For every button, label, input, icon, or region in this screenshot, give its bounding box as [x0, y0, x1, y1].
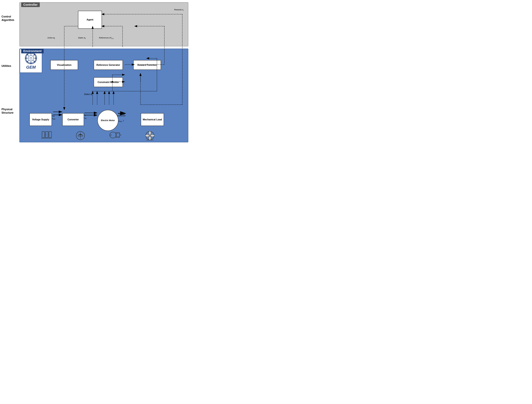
svg-point-40: [149, 131, 151, 135]
svg-line-7: [27, 54, 29, 56]
agent-label: Agent: [87, 18, 93, 21]
states-env-label: States st: [84, 93, 92, 96]
usup-label: usup: [52, 117, 55, 120]
svg-text:-: -: [49, 134, 50, 136]
reward-function-label: Reward Function: [138, 64, 157, 66]
svg-point-2: [30, 57, 32, 59]
electric-motor-label: Electric Motor: [101, 119, 115, 122]
svg-line-9: [33, 54, 35, 56]
controller-label: Controller: [21, 2, 40, 7]
motor-icon: M: [109, 131, 121, 141]
svg-point-1: [28, 56, 34, 61]
controller-section: Controller Agent Action at States st Ref…: [19, 2, 188, 46]
svg-rect-14: [35, 58, 36, 59]
svg-line-10: [27, 60, 29, 62]
svg-point-42: [149, 136, 151, 140]
utilities-label: Utilities: [1, 64, 11, 68]
constraint-monitor-label: Constraint Monitor: [98, 81, 119, 83]
visualization-box: Visualization: [50, 60, 78, 70]
svg-rect-19: [42, 132, 45, 138]
svg-point-43: [146, 135, 149, 137]
control-algorithm-label: Control Algorithm: [1, 15, 14, 22]
bottom-icons-row: - + -: [29, 131, 167, 141]
svg-text:+: +: [46, 134, 47, 136]
svg-marker-29: [78, 134, 83, 135]
electric-motor-circle: Electric Motor: [97, 110, 118, 131]
gem-text: GEM: [26, 65, 36, 70]
svg-rect-12: [30, 63, 32, 64]
reference-generator-box: Reference Generator: [94, 60, 123, 70]
references-label: References s*t+1: [99, 37, 114, 39]
voltage-supply-box: Voltage Supply: [29, 113, 52, 126]
action-label: Action at: [47, 37, 55, 39]
iin-label: iin: [84, 114, 86, 116]
converter-label: Converter: [68, 118, 79, 121]
gem-circle-icon: [25, 52, 37, 64]
uin-label: uin: [84, 117, 86, 119]
constraint-monitor-box: Constraint Monitor: [94, 77, 123, 87]
svg-text:-: -: [43, 134, 43, 136]
svg-rect-34: [116, 133, 120, 137]
voltage-supply-label: Voltage Supply: [32, 118, 49, 121]
isup-label: isup: [52, 114, 55, 117]
mechanical-load-box: Mechanical Load: [141, 113, 164, 126]
transistor-icon: [75, 131, 86, 141]
svg-text:M: M: [110, 134, 112, 136]
rewards-label: Rewards rt: [174, 8, 184, 11]
mechanical-load-label: Mechanical Load: [143, 118, 162, 121]
reference-generator-label: Reference Generator: [96, 64, 120, 66]
svg-rect-11: [30, 53, 32, 54]
svg-line-8: [33, 60, 35, 62]
TL-label: TL(ωme): [118, 113, 125, 115]
omega-label: ωme, T: [118, 120, 124, 122]
diagram-container: Control Algorithm Utilities PhysicalStru…: [0, 0, 191, 145]
svg-point-44: [149, 135, 151, 136]
visualization-label: Visualization: [57, 64, 72, 66]
svg-rect-13: [25, 58, 27, 59]
states-label-top: States st: [78, 37, 86, 39]
environment-section: Environment: [19, 49, 188, 142]
reward-function-box: Reward Function: [133, 60, 161, 70]
battery-icon: - + -: [41, 131, 52, 141]
agent-box: Agent: [78, 11, 102, 29]
fan-icon: [145, 131, 155, 141]
physical-structure-label: PhysicalStructure: [1, 108, 13, 115]
svg-point-41: [151, 135, 154, 137]
converter-box: Converter: [62, 113, 84, 126]
